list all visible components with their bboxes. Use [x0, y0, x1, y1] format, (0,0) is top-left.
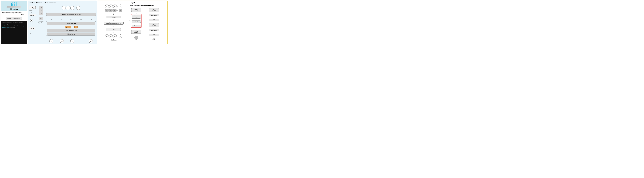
x1-node: xt1	[62, 6, 66, 10]
fe-r-conv1d-s1-2: Conv1DStride1	[149, 23, 159, 27]
transformer-encoder-box: Transformer Encoder Layer	[104, 22, 124, 24]
x6-label: x 6	[128, 20, 130, 22]
arrow-right-t: →	[30, 31, 31, 32]
repeat-bracket: Transformer Layer K V Q Cross-attention …	[46, 21, 96, 36]
xtN-node: xtN	[118, 4, 122, 8]
xhat2-node: x̂t2	[109, 34, 113, 38]
arrow-down-out: ↓	[71, 36, 72, 39]
fe-r-arrow-5: ↓	[154, 32, 154, 34]
k-box: K	[65, 26, 68, 28]
t-step-label: step	[29, 32, 31, 34]
xN-node: xtN	[76, 6, 80, 10]
feature-encoder-box: Dynamic-Enrich Feature Encoder	[46, 13, 96, 16]
fe-r-rmsnorm-2: RMSNorm	[149, 29, 159, 32]
xg3-node: xG	[113, 9, 117, 12]
human-figure-1	[11, 3, 12, 6]
concat-box: concat	[106, 16, 121, 18]
human-figure-2	[12, 2, 14, 6]
plus-3: +	[70, 18, 72, 21]
arrow-down-top: ↓	[71, 10, 72, 12]
arrow-tip: →	[92, 16, 94, 18]
linear-box-r: Linear	[106, 28, 121, 31]
twK-box: TKw	[39, 17, 43, 20]
semantic-enhancement-button[interactable]: Semantic Enhancement	[6, 17, 22, 20]
dots-rt: ···	[117, 6, 118, 8]
xg2-node: xG	[109, 9, 113, 12]
fe-arrow-2: ↓	[136, 19, 137, 20]
xcheck3: x̌03	[70, 39, 74, 43]
tw2-box: T2w	[39, 12, 43, 15]
fe-r-rmsnorm-1: RMSNorm	[149, 14, 159, 16]
dots-rg: ···	[117, 10, 118, 12]
xhatN-node: x̂tN	[118, 34, 122, 38]
right-panel-title: Input	[99, 2, 166, 4]
fe-conv1d-s2-red: Conv1DStride2	[132, 15, 141, 18]
fe-global-maxpool: GlobalMaxPool	[131, 30, 141, 34]
xt3-node: xt3	[113, 4, 117, 8]
plus-n: +	[90, 18, 92, 21]
fe-arrow-4: ↓	[136, 28, 137, 30]
xg-output-node: xG	[134, 36, 138, 40]
xcheck1: x̌01	[50, 39, 53, 43]
fe-r-conv1d-s1-top: Conv1DStride1	[149, 8, 159, 12]
xhat1-node: x̂t1	[105, 34, 109, 38]
circle-plus-1: ⊕	[30, 19, 33, 22]
prompt-label: prompt	[29, 10, 32, 11]
linear-box: Linear	[29, 14, 36, 16]
fe-r-arrow-6: ↓	[154, 36, 154, 38]
fe-r-silu-1: SiLU	[149, 19, 159, 21]
arrow-down-2: ↓	[31, 17, 32, 19]
desc-mid1: , and the person	[19, 23, 26, 24]
fe-r-arrow-3: ↓	[154, 21, 154, 23]
fe-r-silu-2: SiLU	[149, 34, 159, 36]
tw1-box: T1w	[39, 9, 43, 12]
fe-arrow-3: ↓	[136, 23, 137, 24]
cross-attention-box: Cross-attention Layer	[47, 29, 95, 32]
ground-shadow	[6, 6, 21, 8]
fe-conv1d-s2-box: Conv1DStride2	[131, 8, 141, 12]
fe-arrow-5: ↓	[136, 34, 137, 36]
q-box: Q	[74, 26, 78, 28]
dots-rout: ···	[117, 35, 118, 37]
gt-text-label: GT Text	[2, 14, 26, 16]
gt-text-sentence: A person walks along a straight line.	[2, 12, 26, 14]
fe-r-arrow-1: ↓	[154, 12, 154, 14]
t-label: t	[29, 31, 29, 32]
dots-out: ···	[81, 40, 82, 42]
fe-resblock: ResBlock	[132, 25, 141, 27]
middle-panel-title: Context-Attuned Motion Denoiser	[29, 2, 96, 4]
output-label: Output	[99, 39, 128, 41]
fe-silu-box: SiLU	[132, 20, 141, 23]
tg-box: Tg	[39, 6, 43, 9]
plus-1: +	[51, 18, 52, 21]
x2-node: xt2	[66, 6, 70, 10]
plus-2: +	[60, 18, 62, 21]
v-box: V	[68, 26, 71, 28]
dashed-right-arrow	[85, 17, 92, 17]
dots-x: ···	[74, 7, 76, 9]
pe-label: PE	[94, 16, 96, 18]
encoder-label: Dynamic-Enrich Feature Encoder	[62, 14, 81, 15]
arrow-down-1: ↓	[31, 11, 32, 13]
xt2-node: xt2	[109, 4, 113, 8]
description-area: A person walks along a straight line. Du…	[1, 21, 27, 44]
xcheck2: x̌02	[60, 39, 64, 43]
linear-layer-box: Linear Layer	[47, 32, 95, 36]
xg1-node: xG	[105, 9, 109, 12]
xgN-node: xG	[118, 9, 122, 12]
desc-green: looks forward downward	[2, 25, 14, 26]
clip-text-box: CLIPtext	[29, 6, 36, 9]
human-figure-4	[16, 2, 17, 6]
fe-plus-circle: ⊕	[152, 38, 156, 41]
fe-r-arrow-2: ↓	[154, 17, 154, 18]
clip-label: CLIP	[30, 7, 33, 8]
m-repeat-label: × m	[98, 28, 100, 30]
fe-r-arrow-4: ↓	[154, 27, 154, 29]
mlp-box: MLP	[29, 27, 35, 30]
dots-decoder: ⋮	[40, 15, 42, 17]
desc-mid2: , his left forearm	[14, 25, 22, 26]
xt1-node: xt1	[105, 4, 109, 8]
transformer-layer-box: Transformer Layer	[47, 22, 95, 25]
desc-end: all the time.	[10, 27, 15, 28]
gt-motion-label: GT Motion	[10, 8, 18, 10]
